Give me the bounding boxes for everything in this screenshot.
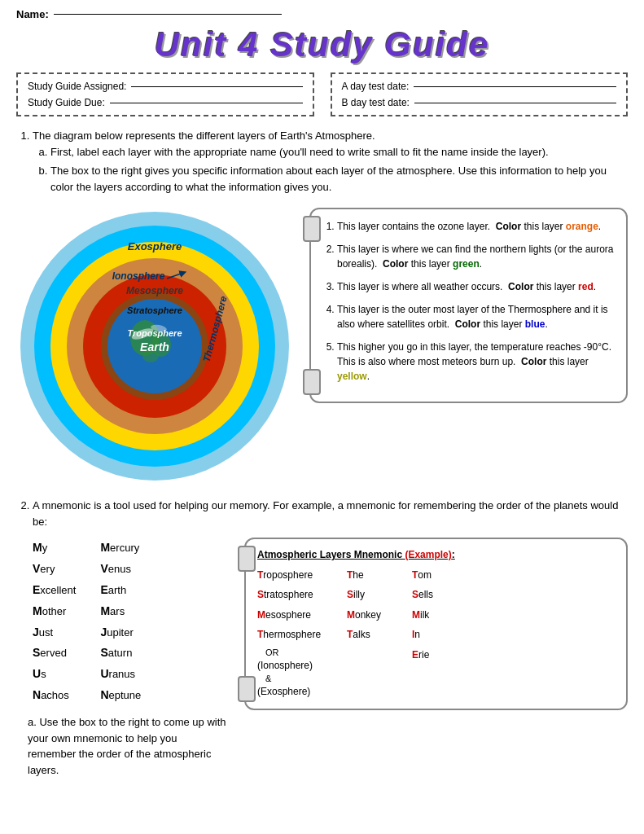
layer-info-2: This layer is where we can find the nort… (337, 242, 615, 271)
q2-content: My Very Excellent Mother Just Served Us … (16, 538, 628, 778)
planet-letter-J1: J (33, 626, 39, 639)
mnem-r4c1: Thermosphere (257, 626, 347, 643)
planet-p2: Venus (100, 559, 141, 580)
mnem-r2c1: Stratosphere (257, 586, 347, 603)
assigned-label: Study Guide Assigned: (28, 81, 126, 92)
mesosphere-label: Mesosphere (126, 285, 183, 296)
planets-col1: My Very Excellent Mother Just Served Us … (33, 538, 76, 706)
name-field[interactable] (54, 14, 282, 15)
or-label: OR (257, 647, 347, 659)
planet-p6: Saturn (100, 643, 141, 664)
due-row: Study Guide Due: (28, 97, 303, 108)
planet-letter-J2: J (100, 626, 107, 639)
mnem-r5c2 (347, 647, 412, 699)
planets-columns: My Very Excellent Mother Just Served Us … (16, 538, 228, 706)
due-label: Study Guide Due: (28, 97, 105, 108)
planet-letter-E2: E (100, 583, 107, 596)
planet-p4: Mars (100, 601, 141, 622)
mnem-r1c1: Troposphere (257, 567, 347, 583)
planet-row-6: Served (33, 643, 76, 664)
planet-letter-M1: M (33, 541, 42, 554)
planet-row-2: Very (33, 559, 76, 580)
planet-letter-E1: E (33, 583, 40, 596)
planet-row-4: Mother (33, 601, 76, 622)
bday-label: B day test date: (342, 97, 410, 108)
aday-label: A day test date: (342, 81, 410, 92)
part-a-label: a. (28, 716, 39, 728)
planet-letter-S1: S (33, 646, 40, 659)
exosphere-label: Exosphere (128, 240, 182, 252)
mnem-r5c1: OR (Ionosphere) & (Exosphere) (257, 647, 347, 699)
mnem-r1c3: Tom (412, 567, 477, 583)
main-questions-list: The diagram below represents the differe… (16, 128, 628, 195)
earth-label: Earth (140, 340, 169, 353)
planet-p8: Neptune (100, 685, 141, 706)
planet-letter-S2: S (100, 646, 107, 659)
and-label: & (257, 673, 347, 685)
planet-letter-N1: N (33, 688, 41, 701)
stratosphere-label-diagram: Stratosphere (127, 305, 182, 315)
mnem-r1c2: The (347, 567, 412, 583)
planet-letter-Mo2: M (100, 604, 110, 617)
name-line: Name: (16, 8, 628, 20)
mnemonic-box: Atmospheric Layers Mnemonic (Example): T… (244, 538, 628, 710)
planet-p1: Mercury (100, 538, 141, 559)
q1a: First, label each layer with the appropr… (50, 144, 628, 160)
mnem-r2c2: Silly (347, 586, 412, 603)
planet-row-1: My (33, 538, 76, 559)
planet-letter-U1: U (33, 667, 41, 680)
planet-letter-V1: V (33, 562, 40, 575)
mnem-r3c3: Milk (412, 607, 477, 623)
mnem-r2c3: Sells (412, 586, 477, 603)
layer-info-3: This layer is where all weather occurs. … (337, 279, 615, 294)
planet-letter-V2: V (100, 562, 107, 575)
mnem-r3c2: Monkey (347, 607, 412, 623)
ionosphere-sub: (Ionosphere) (257, 659, 347, 673)
q1-item: The diagram below represents the differe… (33, 128, 628, 195)
mnem-r3c1: Mesosphere (257, 607, 347, 623)
planet-letter-Mo1: M (33, 604, 42, 617)
planets-table: My Very Excellent Mother Just Served Us … (16, 538, 228, 778)
layer-info-1: This layer contains the ozone layer. Col… (337, 219, 615, 234)
planet-p7: Uranus (100, 664, 141, 685)
left-info-box: Study Guide Assigned: Study Guide Due: (16, 72, 314, 116)
q2-list: A mnemonic is a tool used for helping ou… (16, 498, 628, 529)
due-field[interactable] (110, 103, 303, 103)
assigned-field[interactable] (131, 86, 302, 87)
planet-row-7: Us (33, 664, 76, 685)
mnemonic-grid: Troposphere The Tom Stratosphere Silly S… (257, 567, 615, 699)
part-a: a. Use the box to the right to come up w… (16, 714, 228, 778)
planet-row-8: Nachos (33, 685, 76, 706)
bday-row: B day test date: (342, 97, 617, 108)
planet-letter-M2: M (100, 541, 110, 554)
exosphere-sub: (Exosphere) (257, 685, 347, 699)
assigned-row: Study Guide Assigned: (28, 81, 303, 92)
q2-section: A mnemonic is a tool used for helping ou… (16, 498, 628, 778)
layer-info-5: This higher you go in this layer, the te… (337, 340, 615, 384)
q1b: The box to the right gives you specific … (50, 163, 628, 195)
mnemonic-title: Atmospheric Layers Mnemonic (Example): (257, 549, 615, 560)
atmosphere-svg: Exosphere Ionosphere Thermosphere Mesosp… (16, 208, 293, 485)
layer-info-4: This layer is the outer most layer of th… (337, 302, 615, 331)
mnem-r4c2: Talks (347, 626, 412, 643)
troposphere-label: Troposphere (127, 328, 182, 338)
aday-field[interactable] (414, 86, 616, 87)
planet-p5: Jupiter (100, 622, 141, 643)
bday-field[interactable] (414, 103, 616, 103)
info-boxes: Study Guide Assigned: Study Guide Due: A… (16, 72, 628, 116)
aday-row: A day test date: (342, 81, 617, 92)
q1-parts: First, label each layer with the appropr… (33, 144, 628, 195)
planet-row-5: Just (33, 622, 76, 643)
q1-text: The diagram below represents the differe… (33, 128, 628, 144)
mnemonic-example-label: (Example) (405, 549, 451, 560)
planet-letter-N2: N (100, 688, 108, 701)
q2-item: A mnemonic is a tool used for helping ou… (33, 498, 628, 529)
layers-info-box: This layer contains the ozone layer. Col… (309, 208, 628, 403)
planet-p3: Earth (100, 580, 141, 601)
planet-row-3: Excellent (33, 580, 76, 601)
mnem-r4c3: In (412, 626, 477, 643)
right-info-box: A day test date: B day test date: (331, 72, 629, 116)
name-label: Name: (16, 8, 49, 20)
planets-col2: Mercury Venus Earth Mars Jupiter Saturn … (100, 538, 141, 706)
ionosphere-label: Ionosphere (112, 270, 165, 282)
